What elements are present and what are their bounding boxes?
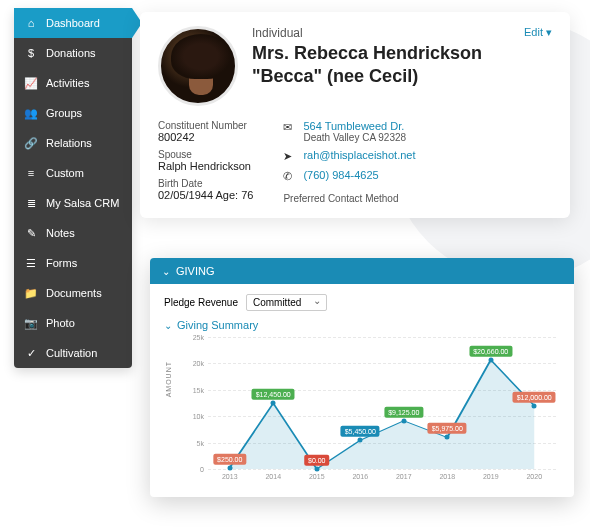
sidebar-item-label: Documents bbox=[46, 287, 102, 299]
birthdate-label: Birth Date bbox=[158, 178, 253, 189]
sidebar-item-activities[interactable]: 📈Activities bbox=[14, 68, 132, 98]
address-line1: 564 Tumbleweed Dr. bbox=[303, 120, 406, 132]
chart-ytick: 5k bbox=[197, 439, 204, 446]
chart-data-label: $5,975.00 bbox=[428, 423, 467, 434]
forms-icon: ☰ bbox=[24, 256, 38, 270]
chart-xtick: 2016 bbox=[339, 469, 383, 487]
email-link[interactable]: ➤ rah@thisplaceishot.net bbox=[283, 149, 415, 163]
address-link[interactable]: ✉ 564 Tumbleweed Dr. Death Valley CA 923… bbox=[283, 120, 415, 143]
sidebar-item-groups[interactable]: 👥Groups bbox=[14, 98, 132, 128]
chart-ytick: 25k bbox=[193, 334, 204, 341]
chart-ytick: 0 bbox=[200, 466, 204, 473]
chart-xtick: 2020 bbox=[513, 469, 557, 487]
pledge-revenue-label: Pledge Revenue bbox=[164, 297, 238, 308]
sidebar-item-dashboard[interactable]: ⌂Dashboard bbox=[14, 8, 132, 38]
chart-point bbox=[488, 357, 493, 362]
chart-point bbox=[358, 438, 363, 443]
constituent-name: Mrs. Rebecca Hendrickson "Becca" (nee Ce… bbox=[252, 42, 552, 87]
constituent-type: Individual bbox=[252, 26, 552, 40]
sidebar-item-label: Groups bbox=[46, 107, 82, 119]
chart-ytick: 20k bbox=[193, 360, 204, 367]
chart-xtick: 2013 bbox=[208, 469, 252, 487]
custom-icon: ≡ bbox=[24, 166, 38, 180]
photo-icon: 📷 bbox=[24, 316, 38, 330]
sidebar-item-label: Photo bbox=[46, 317, 75, 329]
sidebar-item-cultivation[interactable]: ✓Cultivation bbox=[14, 338, 132, 368]
chart-ytick: 10k bbox=[193, 413, 204, 420]
preferred-contact-label: Preferred Contact Method bbox=[283, 193, 415, 204]
profile-card: Individual Mrs. Rebecca Hendrickson "Bec… bbox=[140, 12, 570, 218]
activities-icon: 📈 bbox=[24, 76, 38, 90]
dashboard-icon: ⌂ bbox=[24, 16, 38, 30]
sidebar-item-label: Activities bbox=[46, 77, 89, 89]
constituent-number-label: Constituent Number bbox=[158, 120, 253, 131]
chart-xtick: 2018 bbox=[426, 469, 470, 487]
giving-chart: AMOUNT 05k10k15k20k25k $250.00$12,450.00… bbox=[188, 337, 560, 487]
phone-link[interactable]: ✆ (760) 984-4625 bbox=[283, 169, 415, 183]
chart-ytick: 15k bbox=[193, 386, 204, 393]
email-value: rah@thisplaceishot.net bbox=[303, 149, 415, 161]
sidebar-item-label: My Salsa CRM bbox=[46, 197, 119, 209]
sidebar-item-custom[interactable]: ≡Custom bbox=[14, 158, 132, 188]
sidebar-item-photo[interactable]: 📷Photo bbox=[14, 308, 132, 338]
spouse-value: Ralph Hendrickson bbox=[158, 160, 253, 172]
address-line2: Death Valley CA 92328 bbox=[303, 132, 406, 143]
sidebar-item-my-salsa-crm[interactable]: ≣My Salsa CRM bbox=[14, 188, 132, 218]
chart-data-label: $250.00 bbox=[213, 453, 246, 464]
sidebar-item-relations[interactable]: 🔗Relations bbox=[14, 128, 132, 158]
sidebar-item-label: Relations bbox=[46, 137, 92, 149]
chart-data-label: $5,450.00 bbox=[341, 426, 380, 437]
chart-xtick: 2019 bbox=[469, 469, 513, 487]
documents-icon: 📁 bbox=[24, 286, 38, 300]
sidebar-item-forms[interactable]: ☰Forms bbox=[14, 248, 132, 278]
chart-xtick: 2015 bbox=[295, 469, 339, 487]
cultivation-icon: ✓ bbox=[24, 346, 38, 360]
sidebar-item-label: Cultivation bbox=[46, 347, 97, 359]
chart-data-label: $20,660.00 bbox=[469, 346, 512, 357]
send-icon: ➤ bbox=[283, 150, 295, 163]
sidebar-item-documents[interactable]: 📁Documents bbox=[14, 278, 132, 308]
pledge-revenue-select[interactable]: Committed bbox=[246, 294, 327, 311]
chevron-down-icon: ⌄ bbox=[162, 266, 170, 277]
giving-header[interactable]: ⌄ GIVING bbox=[150, 258, 574, 284]
chart-data-label: $12,450.00 bbox=[252, 389, 295, 400]
sidebar: ⌂Dashboard$Donations📈Activities👥Groups🔗R… bbox=[14, 8, 132, 368]
envelope-icon: ✉ bbox=[283, 121, 295, 134]
sidebar-item-label: Custom bbox=[46, 167, 84, 179]
chart-ylabel: AMOUNT bbox=[165, 361, 172, 397]
chart-data-label: $0.00 bbox=[304, 455, 330, 466]
sidebar-item-label: Notes bbox=[46, 227, 75, 239]
sidebar-item-notes[interactable]: ✎Notes bbox=[14, 218, 132, 248]
chart-point bbox=[271, 401, 276, 406]
relations-icon: 🔗 bbox=[24, 136, 38, 150]
sidebar-item-donations[interactable]: $Donations bbox=[14, 38, 132, 68]
chart-point bbox=[445, 435, 450, 440]
sidebar-item-label: Donations bbox=[46, 47, 96, 59]
chevron-down-icon: ⌄ bbox=[164, 320, 172, 331]
groups-icon: 👥 bbox=[24, 106, 38, 120]
chart-point bbox=[532, 403, 537, 408]
chart-xtick: 2017 bbox=[382, 469, 426, 487]
birthdate-value: 02/05/1944 Age: 76 bbox=[158, 189, 253, 201]
phone-icon: ✆ bbox=[283, 170, 295, 183]
chart-data-label: $12,000.00 bbox=[513, 391, 556, 402]
giving-card: ⌄ GIVING Pledge Revenue Committed ⌄ Givi… bbox=[150, 258, 574, 497]
sidebar-item-label: Dashboard bbox=[46, 17, 100, 29]
giving-header-label: GIVING bbox=[176, 265, 215, 277]
sidebar-item-label: Forms bbox=[46, 257, 77, 269]
chart-data-label: $9,125.00 bbox=[384, 407, 423, 418]
chart-point bbox=[401, 418, 406, 423]
phone-value: (760) 984-4625 bbox=[303, 169, 378, 181]
avatar bbox=[158, 26, 238, 106]
constituent-number-value: 800242 bbox=[158, 131, 253, 143]
my-salsa-crm-icon: ≣ bbox=[24, 196, 38, 210]
donations-icon: $ bbox=[24, 46, 38, 60]
notes-icon: ✎ bbox=[24, 226, 38, 240]
chart-xtick: 2014 bbox=[252, 469, 296, 487]
edit-button[interactable]: Edit ▾ bbox=[524, 26, 552, 39]
spouse-label: Spouse bbox=[158, 149, 253, 160]
giving-summary-label: Giving Summary bbox=[177, 319, 258, 331]
giving-summary-toggle[interactable]: ⌄ Giving Summary bbox=[164, 319, 560, 331]
